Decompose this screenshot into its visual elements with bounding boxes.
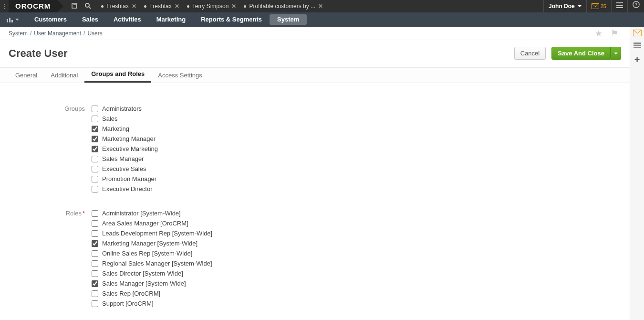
tab-dot-icon [244,5,246,8]
tab-access-settings[interactable]: Access Settings [151,68,209,83]
new-window-icon[interactable] [70,2,79,11]
role-option[interactable]: Leads Development Rep [System-Wide] [92,230,212,237]
group-checkbox[interactable] [92,156,98,162]
role-checkbox[interactable] [92,270,98,277]
role-checkbox[interactable] [92,240,98,247]
group-option[interactable]: Executive Marketing [92,145,158,152]
close-icon[interactable]: ✕ [175,3,179,10]
tab-dot-icon [187,5,189,8]
close-icon[interactable]: ✕ [132,3,136,10]
search-icon[interactable] [83,2,93,11]
list-icon[interactable] [634,43,641,50]
open-tab[interactable]: Freshtax✕ [97,3,140,10]
svg-rect-14 [634,45,641,46]
menu-icon[interactable] [612,0,628,12]
open-tab[interactable]: Terry Simpson✕ [183,3,240,10]
group-option[interactable]: Administrators [92,105,158,112]
groups-field: Groups AdministratorsSalesMarketingMarke… [10,105,620,195]
group-checkbox[interactable] [92,166,98,172]
tab-dot-icon [101,5,104,8]
user-menu[interactable]: John Doe [543,0,587,12]
nav-item-sales[interactable]: Sales [74,12,106,27]
nav-item-marketing[interactable]: Marketing [149,12,193,27]
role-checkbox[interactable] [92,260,98,267]
tab-label: Profitable customers by ... [249,3,315,10]
add-icon[interactable]: + [634,54,640,65]
role-option-label: Leads Development Rep [System-Wide] [102,230,212,237]
group-option-label: Sales [102,115,118,122]
nav-item-reports-segments[interactable]: Reports & Segments [193,12,270,27]
group-option[interactable]: Marketing Manager [92,135,158,142]
group-option-label: Administrators [102,105,142,112]
role-option-label: Sales Manager [System-Wide] [102,280,186,287]
role-option[interactable]: Marketing Manager [System-Wide] [92,240,212,247]
group-checkbox[interactable] [92,146,98,152]
groups-label: Groups [10,105,92,195]
role-option[interactable]: Sales Manager [System-Wide] [92,280,212,287]
close-icon[interactable]: ✕ [318,3,323,10]
tab-groups-and-roles[interactable]: Groups and Roles [84,66,151,83]
help-icon[interactable]: ? [628,0,644,12]
group-checkbox[interactable] [92,106,98,112]
svg-rect-15 [634,47,641,48]
save-dropdown-button[interactable] [611,47,621,60]
role-option[interactable]: Administrator [System-Wide] [92,210,212,217]
form-scroll-area[interactable]: Groups AdministratorsSalesMarketingMarke… [0,94,630,320]
envelope-icon [592,3,599,9]
role-checkbox[interactable] [92,280,98,287]
nav-item-customers[interactable]: Customers [27,12,74,27]
role-option[interactable]: Area Sales Manager [OroCRM] [92,220,212,227]
app-logo[interactable]: OROCRM [9,0,57,12]
role-option[interactable]: Regional Sales Manager [System-Wide] [92,260,212,267]
save-and-close-button[interactable]: Save And Close [551,47,611,60]
open-tab[interactable]: Freshtax✕ [140,3,183,10]
role-option-label: Support [OroCRM] [102,300,154,307]
group-option[interactable]: Promotion Manager [92,175,158,182]
notifications-button[interactable]: 25 [587,0,612,12]
role-option[interactable]: Sales Director [System-Wide] [92,270,212,277]
group-checkbox[interactable] [92,126,98,132]
group-checkbox[interactable] [92,136,98,142]
role-checkbox[interactable] [92,290,98,297]
breadcrumb-item: Users [87,30,102,37]
role-checkbox[interactable] [92,300,98,307]
role-checkbox[interactable] [92,230,98,237]
role-option[interactable]: Online Sales Rep [System-Wide] [92,250,212,257]
cancel-button[interactable]: Cancel [514,47,546,60]
role-option[interactable]: Sales Rep [OroCRM] [92,290,212,297]
dashboard-icon[interactable] [3,15,23,24]
group-checkbox[interactable] [92,176,98,182]
role-option[interactable]: Support [OroCRM] [92,300,212,307]
svg-point-1 [85,3,89,7]
svg-rect-10 [9,18,10,22]
tab-label: Freshtax [149,3,172,10]
group-checkbox[interactable] [92,116,98,122]
breadcrumb-item[interactable]: User Management [34,30,81,37]
role-option-label: Marketing Manager [System-Wide] [102,240,197,247]
open-tab[interactable]: Profitable customers by ...✕ [240,3,327,10]
group-option-label: Promotion Manager [102,175,156,182]
group-checkbox[interactable] [92,186,98,192]
group-option[interactable]: Marketing [92,125,158,132]
nav-item-activities[interactable]: Activities [106,12,149,27]
role-checkbox[interactable] [92,250,98,257]
favorite-icons[interactable]: ★ ⚑ [595,28,621,39]
mail-icon[interactable] [633,30,642,38]
group-option-label: Marketing [102,125,129,132]
tab-general[interactable]: General [9,68,44,83]
tab-additional[interactable]: Additional [44,68,84,83]
svg-rect-9 [7,19,8,22]
group-option-label: Executive Director [102,185,152,192]
drag-handle-icon: ⋮ [0,2,9,10]
group-option[interactable]: Sales [92,115,158,122]
svg-text:?: ? [634,2,637,7]
group-option[interactable]: Executive Director [92,185,158,192]
svg-rect-11 [11,20,13,22]
group-option[interactable]: Executive Sales [92,165,158,172]
close-icon[interactable]: ✕ [231,3,236,10]
role-checkbox[interactable] [92,210,98,217]
role-checkbox[interactable] [92,220,98,227]
nav-item-system[interactable]: System [270,14,307,25]
group-option[interactable]: Sales Manager [92,155,158,162]
breadcrumb-item[interactable]: System [9,30,28,37]
